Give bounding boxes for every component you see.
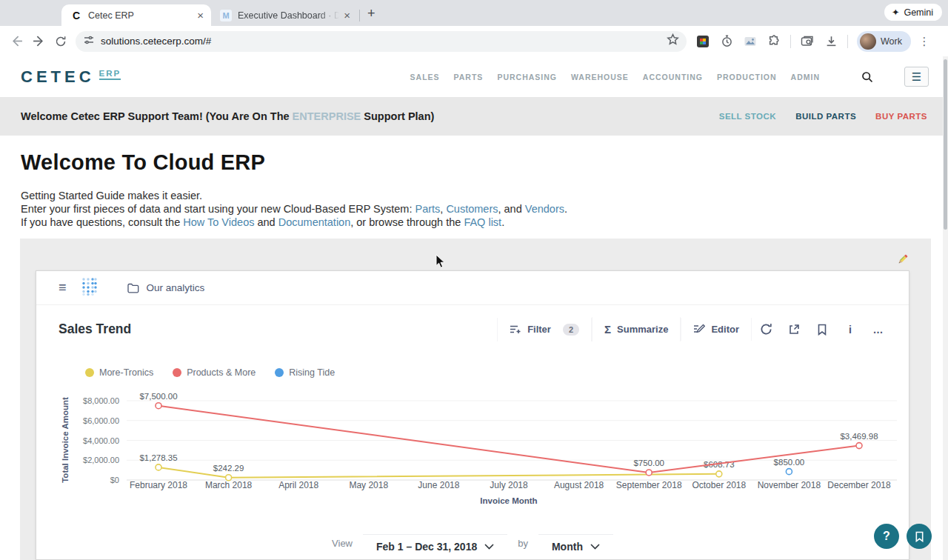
chart-data-label: $3,469.98 xyxy=(840,432,878,441)
extension-icons: Work ⋮ xyxy=(692,31,935,52)
reload-icon[interactable] xyxy=(50,31,71,52)
tab-title: Executive Dashboard · Dashb xyxy=(238,10,339,21)
sell-stock-link[interactable]: SELL STOCK xyxy=(719,112,776,121)
tab-title: Cetec ERP xyxy=(88,10,193,21)
tab-cetec-erp[interactable]: C Cetec ERP × xyxy=(61,4,211,26)
legend-item-more-tronics[interactable]: More-Tronics xyxy=(85,367,153,378)
metabase-logo-icon[interactable] xyxy=(81,277,98,299)
summarize-label: Summarize xyxy=(617,324,668,335)
chart-point[interactable] xyxy=(716,471,722,477)
sales-trend-chart[interactable]: $8,000.00$6,000.00$4,000.00$2,000.00$0Fe… xyxy=(36,382,910,514)
documentation-link[interactable]: Documentation xyxy=(278,216,351,228)
legend-label: Rising Tide xyxy=(289,367,335,378)
welcome-bar: Welcome Cetec ERP Support Team! (You Are… xyxy=(0,97,948,136)
nav-item-sales[interactable]: SALES xyxy=(410,73,440,81)
chart-point[interactable] xyxy=(856,443,862,449)
new-tab-button[interactable]: + xyxy=(364,6,383,26)
customers-link[interactable]: Customers xyxy=(446,203,498,215)
nav-item-purchasing[interactable]: PURCHASING xyxy=(497,73,557,81)
legend-item-products-and-more[interactable]: Products & More xyxy=(173,367,256,378)
x-axis-title: Invoice Month xyxy=(480,496,537,505)
vendors-link[interactable]: Vendors xyxy=(525,203,564,215)
legend-dot xyxy=(85,368,94,377)
build-parts-link[interactable]: BUILD PARTS xyxy=(795,112,856,121)
parts-link[interactable]: Parts xyxy=(415,203,440,215)
welcome-text: Welcome Cetec ERP Support Team! (You Are… xyxy=(21,110,434,122)
downloads-icon[interactable] xyxy=(821,31,841,52)
help-button[interactable]: ? xyxy=(874,524,899,549)
chart-point[interactable] xyxy=(226,475,232,481)
buy-parts-link[interactable]: BUY PARTS xyxy=(875,112,927,121)
url-bar[interactable]: solutions.cetecerp.com/# xyxy=(76,31,687,52)
x-tick-label: December 2018 xyxy=(827,480,891,490)
folder-icon xyxy=(127,283,139,293)
url-text[interactable]: solutions.cetecerp.com/# xyxy=(101,36,667,47)
faq-link[interactable]: FAQ list xyxy=(464,216,501,228)
nav-item-accounting[interactable]: ACCOUNTING xyxy=(643,73,703,81)
nav-item-warehouse[interactable]: WAREHOUSE xyxy=(571,73,629,81)
date-range-value: Feb 1 – Dec 31, 2018 xyxy=(376,541,477,553)
refresh-icon[interactable] xyxy=(752,319,780,341)
toolbar-separator xyxy=(790,35,791,48)
scrollbar-thumb[interactable] xyxy=(944,59,947,230)
dashboard-embed: ≡ Our analytics xyxy=(20,239,931,560)
more-options-icon[interactable]: … xyxy=(864,319,892,341)
chart-data-label: $850.00 xyxy=(774,458,805,467)
screenshot-extension-icon[interactable] xyxy=(740,31,761,52)
filter-label: Filter xyxy=(527,324,551,335)
legend-item-rising-tide[interactable]: Rising Tide xyxy=(275,367,335,378)
close-tab-icon[interactable]: × xyxy=(344,9,350,21)
nav-item-production[interactable]: PRODUCTION xyxy=(717,73,777,81)
profile-button[interactable]: Work xyxy=(857,31,911,52)
info-icon[interactable]: i xyxy=(836,319,864,341)
chart-title: Sales Trend xyxy=(59,321,131,337)
granularity-dropdown[interactable]: Month xyxy=(538,534,613,553)
chart-line-Products & More xyxy=(158,406,859,473)
close-tab-icon[interactable]: × xyxy=(197,9,204,21)
forward-icon[interactable] xyxy=(28,31,49,52)
plan-badge: ENTERPRISE xyxy=(293,110,361,122)
gemini-button[interactable]: ✦ Gemini xyxy=(884,4,942,21)
edit-pencil-icon[interactable] xyxy=(897,253,909,268)
stopwatch-icon[interactable] xyxy=(716,31,737,52)
site-settings-icon[interactable] xyxy=(83,34,95,49)
browser-menu-kebab-icon[interactable]: ⋮ xyxy=(914,31,935,52)
y-tick-label: $0 xyxy=(110,476,119,484)
chart-data-label: $750.00 xyxy=(633,459,664,467)
bookmark-star-icon[interactable] xyxy=(667,33,679,49)
x-tick-label: March 2018 xyxy=(205,480,253,490)
chart-point[interactable] xyxy=(156,403,161,409)
tab-executive-dashboard[interactable]: M Executive Dashboard · Dashb × xyxy=(211,4,358,26)
breadcrumb[interactable]: Our analytics xyxy=(127,282,205,293)
color-extension-icon[interactable] xyxy=(692,31,713,52)
tab-search-icon[interactable] xyxy=(797,31,818,52)
share-icon[interactable] xyxy=(780,319,808,341)
question-toolbar: Filter 2 Σ Summarize Editor xyxy=(497,317,892,341)
app-header: CETEC ERP SALES PARTS PURCHASING WAREHOU… xyxy=(0,56,948,97)
search-icon[interactable] xyxy=(850,62,884,92)
editor-button[interactable]: Editor xyxy=(681,318,752,341)
bookmark-icon[interactable] xyxy=(808,319,836,341)
nav-item-admin[interactable]: ADMIN xyxy=(791,73,820,81)
back-icon[interactable] xyxy=(6,31,27,52)
extensions-puzzle-icon[interactable] xyxy=(764,31,784,52)
how-to-videos-link[interactable]: How To Videos xyxy=(183,216,254,228)
chart-legend: More-Tronics Products & More Rising Tide xyxy=(85,367,335,378)
cetec-logo[interactable]: CETEC ERP xyxy=(21,67,121,87)
nav-item-parts[interactable]: PARTS xyxy=(454,73,484,81)
intro-line-1: Getting Started Guide makes it easier. xyxy=(21,189,927,202)
filter-button[interactable]: Filter 2 xyxy=(497,318,592,341)
app-menu-button[interactable]: ☰ xyxy=(904,67,929,87)
page: C Cetec ERP × M Executive Dashboard · Da… xyxy=(0,0,948,560)
summarize-button[interactable]: Σ Summarize xyxy=(592,317,681,341)
bookmarks-fab-button[interactable] xyxy=(907,524,932,549)
profile-label: Work xyxy=(881,36,902,47)
chart-point[interactable] xyxy=(156,464,161,470)
filter-count-badge: 2 xyxy=(563,324,579,336)
date-range-dropdown[interactable]: Feb 1 – Dec 31, 2018 xyxy=(363,534,507,553)
sidebar-toggle-icon[interactable]: ≡ xyxy=(59,280,67,296)
chart-point[interactable] xyxy=(646,470,652,476)
by-label: by xyxy=(518,538,528,549)
page-scrollbar[interactable] xyxy=(943,56,948,560)
chart-point[interactable] xyxy=(786,469,792,475)
